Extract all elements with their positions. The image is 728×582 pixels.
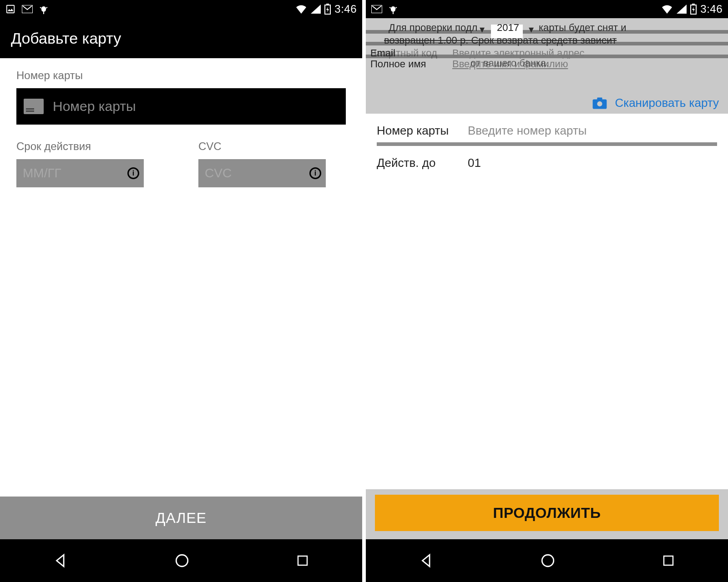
svg-line-13 — [395, 7, 397, 8]
battery-charging-icon — [324, 4, 331, 15]
nav-home-icon[interactable] — [540, 553, 556, 568]
left-content: Номер карты Номер карты Срок действия ММ… — [0, 58, 362, 497]
scan-card-button[interactable]: Сканировать карту — [615, 96, 719, 110]
cvc-label: CVC — [198, 140, 326, 153]
nav-back-icon[interactable] — [419, 553, 434, 568]
svg-point-18 — [597, 101, 602, 106]
svg-rect-21 — [664, 556, 673, 565]
card-number-label: Номер карты — [377, 124, 468, 138]
glitch-text: Для проверки подл — [389, 22, 477, 34]
glitch-text: карты будет снят и — [539, 22, 627, 34]
svg-rect-0 — [7, 5, 15, 13]
card-icon — [24, 99, 44, 114]
valid-thru-row[interactable]: Действ. до 01 — [366, 146, 728, 175]
nav-bar — [0, 539, 362, 582]
card-number-input[interactable]: Номер карты — [16, 88, 346, 125]
wifi-icon — [661, 5, 673, 14]
nav-home-icon[interactable] — [174, 553, 190, 568]
svg-point-8 — [176, 555, 188, 567]
battery-charging-icon — [690, 4, 697, 15]
svg-line-3 — [40, 7, 41, 8]
card-number-placeholder: Номер карты — [53, 99, 136, 114]
page-title: Добавьте карту — [0, 18, 362, 58]
gmail-icon — [371, 5, 382, 13]
footer-wrap: ПРОДОЛЖИТЬ — [366, 489, 728, 539]
valid-thru-value: 01 — [468, 156, 717, 170]
nav-bar — [366, 539, 728, 582]
info-icon[interactable]: i — [127, 167, 139, 179]
svg-line-12 — [389, 7, 391, 8]
expiry-input[interactable]: ММ/ГГ i — [16, 159, 144, 187]
card-number-placeholder: Введите номер карты — [468, 124, 717, 138]
expiry-label: Срок действия — [16, 140, 144, 153]
android-debug-icon — [389, 4, 398, 15]
glitch-year: 2017 — [497, 22, 519, 34]
overlapping-header: Для проверки подл 2017 карты будет снят … — [366, 18, 728, 114]
nav-recent-icon[interactable] — [662, 554, 675, 567]
bank-text: от вашего банка. — [470, 57, 549, 69]
gmail-icon — [22, 5, 33, 13]
info-icon[interactable]: i — [309, 167, 321, 179]
nav-recent-icon[interactable] — [296, 554, 309, 567]
dropdown-icon[interactable]: ▾ — [480, 24, 485, 35]
status-bar: 3:46 — [0, 0, 362, 18]
svg-line-4 — [46, 7, 47, 8]
android-debug-icon — [39, 4, 48, 15]
field-underline — [377, 142, 717, 146]
right-fields: Номер карты Введите номер карты Действ. … — [366, 114, 728, 175]
svg-rect-2 — [41, 6, 46, 12]
svg-rect-9 — [298, 556, 307, 565]
svg-point-20 — [542, 555, 554, 567]
phone-right: 3:46 Для проверки подл 2017 карты будет … — [364, 0, 728, 582]
card-number-label: Номер карты — [16, 69, 346, 82]
phone-left: 3:46 Добавьте карту Номер карты Номер ка… — [0, 0, 364, 582]
card-number-row[interactable]: Номер карты Введите номер карты — [366, 114, 728, 142]
nav-back-icon[interactable] — [53, 553, 68, 568]
valid-thru-label: Действ. до — [377, 156, 468, 170]
camera-icon[interactable] — [592, 97, 607, 110]
svg-rect-11 — [391, 6, 395, 12]
cell-signal-icon — [677, 5, 687, 14]
cvc-placeholder: CVC — [205, 166, 232, 181]
clock: 3:46 — [334, 3, 357, 15]
dropdown-icon[interactable]: ▾ — [529, 24, 534, 35]
status-bar: 3:46 — [366, 0, 728, 18]
glitch-text: возвращен 1.00 р. Срок возврата средств … — [384, 35, 617, 46]
image-icon — [5, 4, 15, 14]
next-button[interactable]: ДАЛЕЕ — [0, 497, 362, 539]
svg-rect-16 — [692, 4, 695, 5]
continue-button[interactable]: ПРОДОЛЖИТЬ — [375, 495, 719, 531]
svg-rect-19 — [597, 97, 602, 100]
svg-rect-7 — [326, 4, 329, 5]
expiry-placeholder: ММ/ГГ — [23, 166, 61, 181]
clock: 3:46 — [700, 3, 723, 15]
cvc-input[interactable]: CVC i — [198, 159, 326, 187]
cell-signal-icon — [311, 5, 321, 14]
wifi-icon — [295, 5, 307, 14]
